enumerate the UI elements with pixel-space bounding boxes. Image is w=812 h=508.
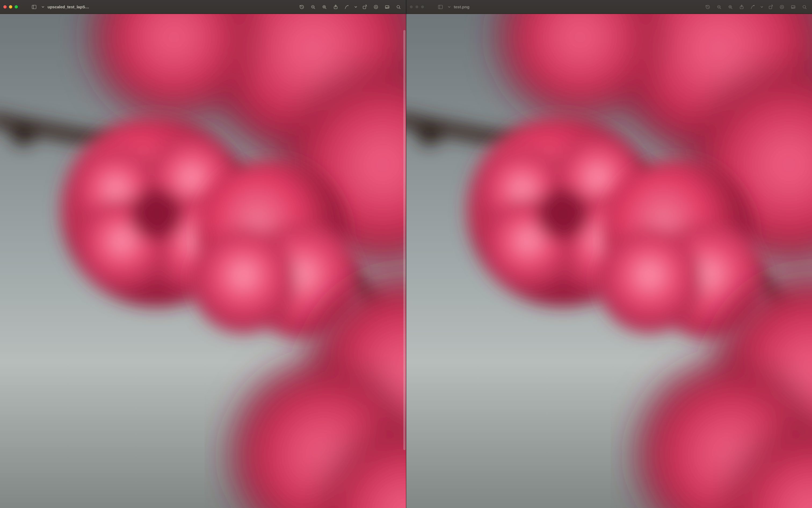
chevron-down-icon[interactable]	[760, 5, 764, 9]
rotate-button[interactable]	[766, 3, 775, 11]
markup-button[interactable]	[749, 3, 757, 11]
toolbar: upscaled_test_lapS…	[0, 0, 406, 14]
zoom-in-button[interactable]	[726, 3, 735, 11]
window-close-button[interactable]	[3, 5, 7, 9]
window-minimize-button[interactable]	[9, 5, 12, 9]
image-viewport[interactable]	[406, 14, 812, 508]
chevron-down-icon[interactable]	[41, 5, 45, 9]
markup-button[interactable]	[343, 3, 351, 11]
image-viewport[interactable]	[0, 14, 406, 508]
svg-point-45	[537, 188, 589, 240]
chevron-down-icon[interactable]	[447, 5, 451, 9]
recents-button[interactable]	[298, 3, 306, 11]
window-title: upscaled_test_lapS…	[47, 5, 89, 9]
traffic-lights	[410, 5, 424, 9]
window-fullscreen-button[interactable]	[14, 5, 18, 9]
svg-point-28	[130, 188, 183, 240]
zoom-in-button[interactable]	[320, 3, 329, 11]
svg-point-31	[191, 228, 296, 333]
preview-window-left: upscaled_test_lapS…	[0, 0, 406, 508]
preview-window-right: test.png	[406, 0, 812, 508]
chevron-down-icon[interactable]	[354, 5, 358, 9]
recents-button[interactable]	[703, 3, 712, 11]
window-title: test.png	[454, 5, 469, 9]
share-button[interactable]	[737, 3, 746, 11]
zoom-out-button[interactable]	[715, 3, 723, 11]
zoom-out-button[interactable]	[309, 3, 317, 11]
sidebar-toggle-button[interactable]	[30, 3, 38, 11]
share-button[interactable]	[331, 3, 340, 11]
svg-point-48	[597, 228, 702, 333]
image-content	[0, 14, 406, 508]
info-button[interactable]	[372, 3, 380, 11]
edit-button[interactable]	[789, 3, 798, 11]
edit-button[interactable]	[383, 3, 391, 11]
search-button[interactable]	[394, 3, 403, 11]
sidebar-toggle-button[interactable]	[436, 3, 445, 11]
traffic-lights	[3, 5, 18, 9]
info-button[interactable]	[778, 3, 786, 11]
svg-point-36	[417, 120, 442, 145]
svg-point-19	[10, 120, 36, 145]
window-fullscreen-button[interactable]	[421, 5, 424, 9]
rotate-button[interactable]	[360, 3, 369, 11]
window-close-button[interactable]	[410, 5, 413, 9]
image-content	[406, 14, 812, 508]
app-split-view: upscaled_test_lapS…	[0, 0, 812, 508]
scrollbar-thumb[interactable]	[403, 30, 405, 450]
window-minimize-button[interactable]	[415, 5, 419, 9]
toolbar: test.png	[406, 0, 812, 14]
vertical-scrollbar[interactable]	[403, 30, 405, 486]
search-button[interactable]	[800, 3, 809, 11]
